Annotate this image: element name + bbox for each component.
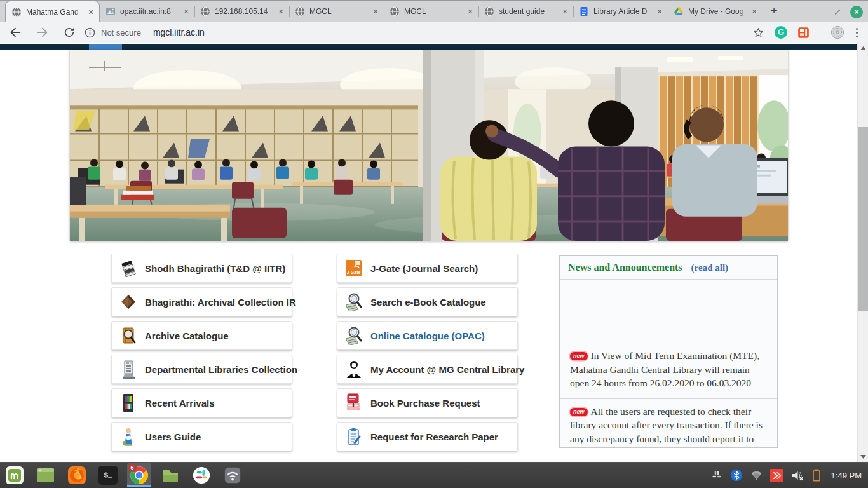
link-research-paper[interactable]: Request for Research Paper bbox=[337, 422, 518, 451]
window-minimize-button[interactable]: – bbox=[820, 9, 825, 15]
webpage-viewport: Shodh Bhagirathi (T&D @ IITR) Bhagirathi… bbox=[0, 43, 857, 462]
news-item-text: In View of Mid Term Examination (MTE), M… bbox=[570, 350, 759, 388]
window-controls: – × bbox=[820, 1, 863, 23]
address-bar[interactable]: Not secure mgcl.iitr.ac.in bbox=[85, 27, 205, 38]
extension-icon[interactable] bbox=[797, 27, 810, 39]
mint-menu-button[interactable] bbox=[3, 463, 27, 487]
link-ebook-catalogue[interactable]: Search e-Book Catalogue bbox=[337, 287, 518, 316]
link-bhagirathi-archival[interactable]: Bhagirathi: Archival Collection IR bbox=[111, 287, 292, 316]
new-badge: new bbox=[570, 352, 588, 360]
link-label: J-Gate (Journal Search) bbox=[370, 263, 478, 274]
grammarly-extension-icon[interactable]: G bbox=[775, 26, 787, 39]
volume-muted-icon[interactable] bbox=[791, 470, 804, 482]
scroll-up-arrow[interactable] bbox=[858, 43, 868, 53]
window-close-button[interactable]: × bbox=[850, 6, 863, 18]
slack-tray-icon[interactable] bbox=[711, 470, 722, 481]
tab-mgcl-2[interactable]: MGCL × bbox=[384, 1, 478, 22]
quick-links-right-column: J-Gate J-Gate (Journal Search) Search e-… bbox=[337, 254, 518, 456]
browser-menu-icon[interactable] bbox=[855, 27, 859, 39]
jgate-icon: J-Gate bbox=[345, 258, 362, 278]
link-departmental-libraries[interactable]: Departmental Libraries Collection bbox=[111, 355, 292, 384]
show-desktop-button[interactable] bbox=[34, 463, 58, 487]
tab-close-icon[interactable]: × bbox=[276, 7, 285, 16]
tab-title: 192.168.105.14 bbox=[215, 7, 276, 16]
browser-toolbar: Not secure mgcl.iitr.ac.in G bbox=[0, 22, 868, 43]
anydesk-tray-icon[interactable] bbox=[770, 469, 783, 482]
bluetooth-tray-icon[interactable] bbox=[730, 469, 743, 482]
url-text[interactable]: mgcl.iitr.ac.in bbox=[153, 27, 205, 37]
new-badge: new bbox=[570, 408, 588, 416]
foreground-students bbox=[440, 100, 757, 241]
file-manager-icon[interactable] bbox=[158, 463, 182, 487]
globe-favicon-icon bbox=[200, 6, 210, 17]
tab-close-icon[interactable]: × bbox=[560, 7, 569, 16]
scroll-down-arrow[interactable] bbox=[858, 452, 868, 462]
link-label: Book Purchase Request bbox=[370, 398, 480, 409]
new-tab-button[interactable]: + bbox=[765, 3, 783, 20]
security-label: Not secure bbox=[101, 28, 141, 37]
tab-title: Library Article D bbox=[593, 7, 655, 16]
window-restore-button[interactable] bbox=[834, 8, 841, 16]
link-label: Search e-Book Catalogue bbox=[370, 297, 486, 308]
link-users-guide[interactable]: Users Guide bbox=[111, 422, 292, 451]
tab-library-article[interactable]: Library Article D × bbox=[573, 1, 668, 22]
bookshelf-icon bbox=[119, 393, 137, 413]
link-book-purchase[interactable]: Book Purchase Request bbox=[337, 388, 518, 417]
archive-search-icon bbox=[119, 325, 137, 346]
page-scrollbar[interactable] bbox=[857, 43, 868, 462]
tab-mahatma-gandhi[interactable]: Mahatma Gand × bbox=[5, 1, 100, 22]
tab-title: Mahatma Gand bbox=[26, 8, 86, 17]
site-nav-active-segment bbox=[89, 44, 122, 50]
news-read-all-link[interactable]: (read all) bbox=[691, 262, 728, 273]
link-label: Shodh Bhagirathi (T&D @ IITR) bbox=[145, 263, 285, 274]
book-purchase-icon bbox=[345, 393, 362, 413]
profile-avatar[interactable] bbox=[831, 25, 844, 39]
tab-close-icon[interactable]: × bbox=[86, 8, 95, 17]
refresh-button[interactable] bbox=[63, 26, 76, 39]
tab-close-icon[interactable]: × bbox=[371, 7, 380, 16]
link-opac[interactable]: Online Catalogue (OPAC) bbox=[337, 321, 518, 350]
bookmark-star-icon[interactable] bbox=[752, 27, 764, 39]
news-item: newAll the users are requested to check … bbox=[560, 399, 777, 449]
tab-mgcl-1[interactable]: MGCL × bbox=[289, 1, 384, 22]
globe-favicon-icon bbox=[11, 7, 22, 17]
ebook-search-icon bbox=[345, 292, 362, 312]
tab-title: MGCL bbox=[309, 7, 371, 16]
news-announcements-panel: News and Announcements (read all) newIn … bbox=[559, 255, 778, 448]
tab-my-drive[interactable]: My Drive - Goog × bbox=[668, 1, 763, 22]
back-button[interactable] bbox=[8, 25, 22, 39]
tab-close-icon[interactable]: × bbox=[655, 7, 664, 16]
tab-ip-address[interactable]: 192.168.105.14 × bbox=[194, 1, 289, 22]
link-jgate[interactable]: J-Gate J-Gate (Journal Search) bbox=[337, 254, 518, 283]
chrome-notification-badge: 6 bbox=[128, 463, 137, 472]
user-guide-icon bbox=[119, 426, 137, 447]
books-stack-icon bbox=[119, 258, 137, 278]
news-title: News and Announcements bbox=[568, 262, 682, 273]
terminal-icon[interactable]: $_ bbox=[96, 463, 120, 487]
tab-student-guide[interactable]: student guide × bbox=[478, 1, 573, 22]
firefox-icon[interactable] bbox=[65, 463, 89, 487]
link-recent-arrivals[interactable]: Recent Arrivals bbox=[111, 388, 292, 417]
info-icon[interactable] bbox=[85, 27, 95, 38]
tab-opac[interactable]: opac.iitr.ac.in:8 × bbox=[100, 1, 194, 22]
tab-close-icon[interactable]: × bbox=[466, 7, 475, 16]
tab-close-icon[interactable]: × bbox=[750, 7, 759, 16]
forward-button[interactable] bbox=[36, 25, 50, 39]
quick-links-left-column: Shodh Bhagirathi (T&D @ IITR) Bhagirathi… bbox=[111, 254, 292, 456]
slack-icon[interactable] bbox=[189, 463, 214, 487]
tab-close-icon[interactable]: × bbox=[182, 7, 191, 16]
wifi-tray-icon[interactable] bbox=[750, 470, 763, 480]
battery-tray-icon[interactable] bbox=[812, 469, 821, 482]
link-label: Archive Catalogue bbox=[145, 330, 229, 341]
research-request-icon bbox=[345, 426, 362, 447]
taskbar-clock[interactable]: 1:49 PM bbox=[831, 471, 862, 480]
chrome-taskbar-icon[interactable]: 6 bbox=[127, 463, 151, 487]
scrollbar-thumb[interactable] bbox=[858, 127, 868, 311]
link-shodh-bhagirathi[interactable]: Shodh Bhagirathi (T&D @ IITR) bbox=[111, 254, 292, 283]
link-archive-catalogue[interactable]: Archive Catalogue bbox=[111, 321, 292, 350]
link-label: Online Catalogue (OPAC) bbox=[370, 330, 485, 341]
taskbar: $_ 6 1:49 PM bbox=[0, 462, 868, 488]
departmental-building-icon bbox=[119, 359, 137, 379]
network-app-icon[interactable] bbox=[220, 463, 245, 487]
link-my-account[interactable]: My Account @ MG Central Library bbox=[337, 355, 518, 384]
